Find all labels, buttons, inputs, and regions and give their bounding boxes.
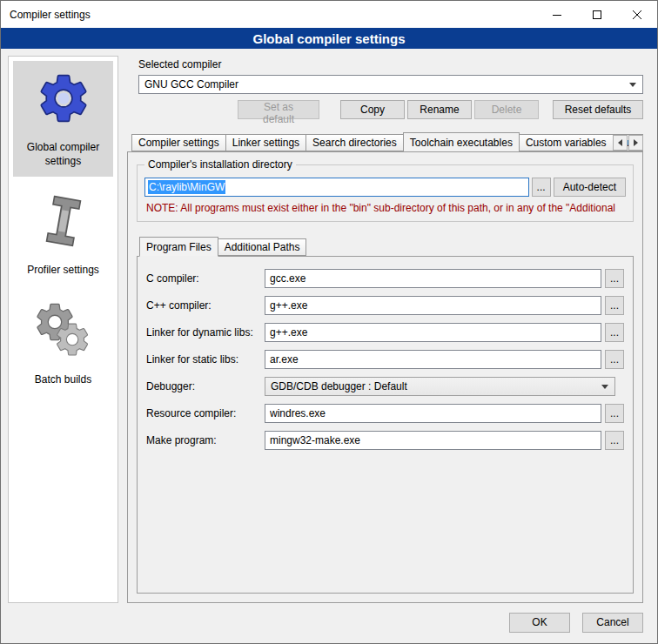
main-content: Selected compiler GNU GCC Compiler Set a…	[127, 56, 650, 603]
installation-directory-value: C:\raylib\MinGW	[148, 180, 225, 194]
sidebar-item-label: Global compiler settings	[15, 141, 111, 168]
debugger-value: GDB/CDB debugger : Default	[271, 380, 595, 392]
debugger-row: Debugger: GDB/CDB debugger : Default	[146, 377, 624, 396]
resource-compiler-label: Resource compiler:	[146, 407, 265, 419]
tab-scroll-right-button[interactable]	[628, 135, 643, 151]
selected-compiler-label: Selected compiler	[138, 58, 643, 70]
ok-button[interactable]: OK	[509, 613, 570, 633]
cpp-compiler-row: C++ compiler: ...	[146, 296, 624, 315]
close-icon	[633, 10, 641, 19]
inner-tabstrip: Program Files Additional Paths	[139, 236, 634, 256]
tab-additional-paths[interactable]: Additional Paths	[218, 238, 307, 256]
make-program-input[interactable]	[265, 431, 601, 450]
tab-compiler-settings[interactable]: Compiler settings	[131, 134, 226, 151]
selected-compiler-value: GNU GCC Compiler	[144, 78, 623, 91]
sidebar-item-global-compiler-settings[interactable]: Global compiler settings	[13, 61, 113, 177]
dynamic-linker-label: Linker for dynamic libs:	[146, 326, 265, 339]
sidebar-item-batch-builds[interactable]: Batch builds	[13, 293, 113, 396]
compiler-settings-window: Compiler settings Global compiler settin…	[0, 0, 658, 644]
maximize-icon	[593, 10, 601, 19]
gear-blue-icon	[35, 70, 92, 127]
rename-button[interactable]: Rename	[407, 100, 472, 119]
tab-scroll-left-button[interactable]	[613, 135, 628, 151]
c-compiler-browse-button[interactable]: ...	[605, 269, 624, 288]
static-linker-row: Linker for static libs: ...	[146, 350, 624, 369]
program-files-rows: C compiler: ... C++ compiler: ... Linker	[138, 257, 633, 458]
arrow-right-icon	[634, 139, 638, 146]
minimize-icon	[553, 10, 561, 19]
minimize-button[interactable]	[537, 1, 577, 28]
program-files-notebook: Program Files Additional Paths C compile…	[137, 229, 634, 594]
chevron-down-icon	[601, 385, 608, 389]
copy-button[interactable]: Copy	[340, 100, 405, 119]
resource-compiler-row: Resource compiler: ...	[146, 404, 624, 423]
c-compiler-input[interactable]	[265, 269, 601, 288]
sidebar-item-label: Profiler settings	[27, 264, 99, 278]
resource-compiler-browse-button[interactable]: ...	[605, 404, 624, 423]
selected-compiler-select[interactable]: GNU GCC Compiler	[138, 75, 643, 94]
auto-detect-button[interactable]: Auto-detect	[554, 178, 626, 197]
reset-defaults-button[interactable]: Reset defaults	[553, 100, 643, 119]
make-program-label: Make program:	[146, 434, 265, 446]
window-controls	[537, 1, 657, 28]
cpp-compiler-input[interactable]	[265, 296, 601, 315]
arrow-left-icon	[618, 139, 622, 146]
tab-custom-variables[interactable]: Custom variables	[519, 134, 614, 151]
cpp-compiler-label: C++ compiler:	[146, 299, 265, 312]
dialog-body: Global compiler settings Profiler settin…	[1, 49, 657, 608]
sidebar: Global compiler settings Profiler settin…	[8, 56, 118, 603]
dialog-footer: OK Cancel	[1, 608, 657, 643]
resource-compiler-input[interactable]	[265, 404, 601, 423]
c-compiler-row: C compiler: ...	[146, 269, 624, 288]
delete-button[interactable]: Delete	[474, 100, 539, 119]
installation-note: NOTE: All programs must exist either in …	[146, 202, 626, 214]
compiler-actions-row: Set as default Copy Rename Delete Reset …	[138, 100, 643, 119]
program-files-panel: C compiler: ... C++ compiler: ... Linker	[137, 256, 634, 594]
dynamic-linker-input[interactable]	[265, 323, 601, 342]
titlebar: Compiler settings	[1, 1, 657, 28]
installation-directory-browse-button[interactable]: ...	[532, 178, 551, 197]
window-title: Compiler settings	[1, 9, 91, 21]
toolchain-executables-panel: Compiler's installation directory C:\ray…	[127, 151, 643, 603]
installation-directory-group-title: Compiler's installation directory	[144, 158, 296, 171]
installation-directory-row: C:\raylib\MinGW ... Auto-detect	[144, 178, 626, 197]
static-linker-label: Linker for static libs:	[146, 353, 265, 366]
installation-directory-input[interactable]: C:\raylib\MinGW	[144, 178, 529, 197]
maximize-button[interactable]	[577, 1, 617, 28]
tab-scroll-buttons	[612, 135, 643, 151]
static-linker-browse-button[interactable]: ...	[605, 350, 624, 369]
debugger-label: Debugger:	[146, 380, 265, 392]
settings-tabstrip: Compiler settings Linker settings Search…	[131, 131, 643, 151]
make-program-row: Make program: ...	[146, 431, 624, 450]
cancel-button[interactable]: Cancel	[582, 613, 643, 633]
static-linker-input[interactable]	[265, 350, 601, 369]
dynamic-linker-browse-button[interactable]: ...	[605, 323, 624, 342]
c-compiler-label: C compiler:	[146, 272, 265, 285]
tab-toolchain-executables[interactable]: Toolchain executables	[403, 132, 520, 151]
dialog-header-title: Global compiler settings	[1, 28, 657, 49]
profiler-clamp-icon	[35, 192, 92, 250]
sidebar-item-profiler-settings[interactable]: Profiler settings	[13, 184, 113, 286]
set-as-default-button[interactable]: Set as default	[238, 100, 319, 119]
cpp-compiler-browse-button[interactable]: ...	[605, 296, 624, 315]
debugger-select[interactable]: GDB/CDB debugger : Default	[265, 377, 615, 396]
tab-search-directories[interactable]: Search directories	[306, 134, 404, 151]
dynamic-linker-row: Linker for dynamic libs: ...	[146, 323, 624, 342]
tab-program-files[interactable]: Program Files	[139, 237, 218, 257]
sidebar-item-label: Batch builds	[35, 373, 91, 387]
gears-stack-icon	[35, 302, 92, 359]
installation-directory-groupbox: Compiler's installation directory C:\ray…	[137, 164, 634, 222]
make-program-browse-button[interactable]: ...	[605, 431, 624, 450]
tab-linker-settings[interactable]: Linker settings	[225, 134, 306, 151]
chevron-down-icon	[629, 83, 636, 87]
close-button[interactable]	[617, 1, 657, 28]
